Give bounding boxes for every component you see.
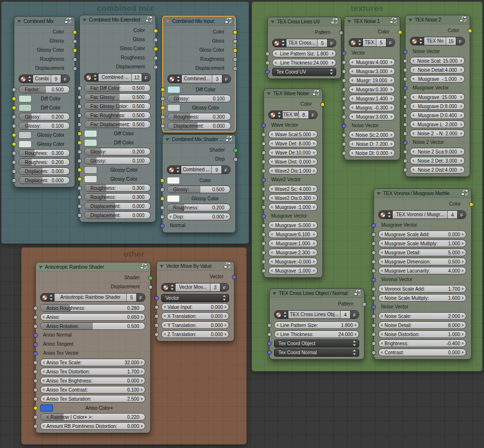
number-field-8[interactable]: Musgrave L: 2.000 (410, 120, 465, 128)
output-socket-gloss[interactable] (233, 39, 237, 44)
decrement-arrow-icon[interactable] (381, 260, 383, 263)
nodegroup-name[interactable]: Combi (33, 75, 51, 83)
increment-arrow-icon[interactable] (462, 251, 464, 254)
increment-arrow-icon[interactable] (391, 115, 393, 118)
input-socket-wave-dist-[interactable] (262, 160, 266, 164)
number-field-5[interactable]: Musgrave Lacunarity:4.000 (378, 267, 466, 274)
input-socket-glossy-color[interactable] (12, 142, 16, 146)
combined-mix-shader-node[interactable]: Combined Mix Shader ...ShaderDispCombine… (162, 134, 236, 233)
increment-arrow-icon[interactable] (313, 224, 315, 227)
input-socket-aniso-tex-saturation-[interactable] (33, 397, 38, 401)
nodegroup-user-count[interactable]: 12 (132, 74, 142, 81)
color-swatch[interactable] (19, 141, 32, 148)
input-socket-aniso-tangent[interactable] (33, 342, 38, 347)
nodegroup-name[interactable]: Combined... (181, 75, 212, 83)
input-socket-noise-2-sca-[interactable] (403, 150, 407, 154)
collapse-triangle-icon[interactable] (273, 292, 276, 295)
decrement-arrow-icon[interactable] (351, 142, 353, 145)
number-field-15[interactable]: Musgrave:-0.000 (268, 258, 318, 265)
input-socket-roughnes-[interactable] (12, 151, 16, 155)
slider-8[interactable]: Glossy:0.100 (84, 157, 151, 164)
input-socket-noise-2-n-[interactable] (403, 131, 407, 136)
slider-14[interactable]: Displacement:0.000 (84, 211, 151, 219)
output-socket-color[interactable] (468, 29, 472, 33)
input-socket-musgra-[interactable] (342, 106, 346, 110)
number-field-2[interactable]: Musgrave Scale Multiply:1.000 (378, 240, 466, 247)
increment-arrow-icon[interactable] (462, 242, 464, 245)
input-socket-musgrav-[interactable] (342, 115, 346, 119)
selector-stepper-icon[interactable] (281, 40, 285, 46)
material-sphere-icon[interactable] (167, 166, 181, 174)
input-socket-fac-diff-color-[interactable] (77, 86, 82, 90)
input-socket-noise-2-dist-[interactable] (403, 168, 407, 172)
input-socket-roughness-[interactable] (77, 195, 82, 199)
slider-0[interactable]: Factor:0.500 (19, 86, 70, 93)
decrement-arrow-icon[interactable] (271, 206, 273, 208)
increment-arrow-icon[interactable] (461, 59, 462, 62)
input-socket-wave-vector[interactable] (262, 123, 266, 128)
decrement-arrow-icon[interactable] (271, 169, 273, 172)
input-socket-noise-vector[interactable] (372, 305, 376, 309)
input-socket-normal[interactable] (160, 224, 165, 228)
increment-arrow-icon[interactable] (313, 160, 315, 163)
input-socket-tex-coord-object[interactable] (267, 341, 272, 346)
fake-user-button[interactable]: F (142, 74, 150, 81)
decrement-arrow-icon[interactable] (412, 77, 414, 80)
number-field-13[interactable]: Musgrave:1.000 (268, 240, 318, 247)
output-socket-gloss-color[interactable] (154, 47, 158, 51)
input-socket-line-pattern-size-[interactable] (267, 323, 272, 328)
color-swatch[interactable] (167, 86, 180, 93)
fake-user-button[interactable]: F (222, 75, 231, 83)
increment-arrow-icon[interactable] (462, 315, 464, 317)
output-socket-color[interactable] (154, 29, 158, 33)
output-socket-shader[interactable] (148, 276, 153, 280)
node-header[interactable]: TEX Noise 1 (344, 17, 400, 26)
number-field-4[interactable]: Z Translation:0.000 (161, 330, 229, 338)
fake-user-button[interactable]: F (221, 166, 230, 174)
slider-1[interactable]: Glossy:0.100 (167, 95, 231, 102)
input-socket-x-translation-[interactable] (154, 314, 159, 318)
decrement-arrow-icon[interactable] (43, 370, 44, 373)
input-socket-fac-displacement-[interactable] (77, 122, 82, 127)
decrement-arrow-icon[interactable] (412, 114, 414, 117)
decrement-arrow-icon[interactable] (275, 52, 276, 55)
input-socket-glossy-color[interactable] (161, 106, 165, 110)
decrement-arrow-icon[interactable] (43, 361, 44, 364)
color-swatch[interactable] (19, 95, 32, 102)
increment-arrow-icon[interactable] (462, 351, 464, 354)
slider-11[interactable]: Roughness:0.300 (84, 184, 151, 192)
increment-arrow-icon[interactable] (313, 169, 315, 172)
color-swatch[interactable] (19, 131, 32, 139)
material-sphere-icon[interactable] (269, 111, 282, 119)
number-field-1[interactable]: Noise Scal: 15.000 (410, 57, 465, 65)
increment-arrow-icon[interactable] (313, 142, 315, 145)
number-field-4[interactable]: Musgrave Dimension:0.500 (378, 258, 466, 265)
input-socket-aniso-[interactable] (33, 315, 38, 319)
increment-arrow-icon[interactable] (461, 159, 462, 162)
number-field-1[interactable]: Wave Scal:5.000 (268, 131, 318, 138)
increment-arrow-icon[interactable] (141, 379, 143, 382)
increment-arrow-icon[interactable] (391, 106, 393, 109)
material-sphere-icon[interactable] (168, 75, 181, 83)
node-header[interactable]: TEX Cross Lines Object / Normal (270, 289, 364, 298)
increment-arrow-icon[interactable] (462, 260, 464, 263)
tex-cross-lines-object-normal-node[interactable]: TEX Cross Lines Object / NormalPatternTE… (269, 288, 364, 360)
input-socket-wave-de-[interactable] (262, 151, 266, 155)
input-socket-musgrave-scale-multiply-[interactable] (372, 241, 376, 246)
input-socket-noise-vector[interactable] (342, 124, 346, 128)
input-socket-glossy-[interactable] (12, 124, 16, 128)
slider-12[interactable]: Roughness:0.300 (84, 193, 151, 201)
input-socket-tex-coord-uv[interactable] (265, 70, 270, 74)
input-socket-amount-rb-pointiness-distortion-[interactable] (33, 424, 38, 428)
slider-10[interactable]: Displacem:0.000 (19, 176, 70, 184)
number-field-2[interactable]: Wave Det: 8.000 (268, 140, 318, 147)
number-field-3[interactable]: Wave De:10.000 (268, 149, 318, 156)
output-socket-displacement[interactable] (154, 65, 158, 69)
output-socket-color[interactable] (320, 102, 325, 107)
tex-noise-1-node[interactable]: TEX Noise 1ColorTEX5FVectorMusgrav:4.000… (344, 16, 400, 160)
number-field-3[interactable]: Musgr: 19.000 (349, 76, 395, 84)
number-field-9[interactable]: Aniso Tex Contrast:0.100 (40, 386, 145, 393)
input-socket-noise-vector[interactable] (403, 50, 407, 54)
input-socket-glossy-color[interactable] (77, 177, 82, 181)
number-field-4[interactable]: Musgrav:0.300 (349, 86, 395, 93)
